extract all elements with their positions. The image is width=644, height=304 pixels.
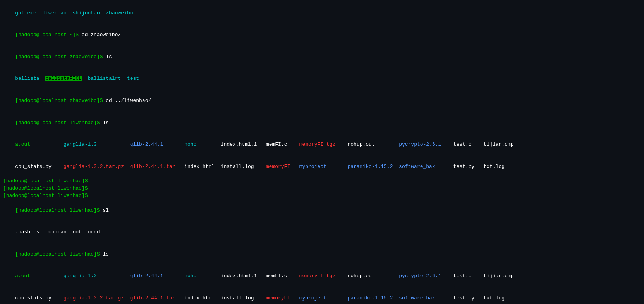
cmd-cd-zhaoweibo: [hadoop@localhost ~]$ cd zhaoweibo/	[3, 24, 641, 47]
ls-liwenhao-row1-a: a.out ganglia-1.0 glib-2.44.1 hoho index…	[3, 134, 641, 156]
ls-liwenhao-row2-b: cpu_stats.py ganglia-1.0.2.tar.gz glib-2…	[3, 287, 641, 304]
ls-liwenhao-row1-b: a.out ganglia-1.0 glib-2.44.1 hoho index…	[3, 265, 641, 287]
error-sl: -bash: sl: command not found	[3, 221, 641, 244]
ls-zhaoweibo-output: ballista ballistaFICL ballistalrt test	[3, 68, 641, 90]
prompt-empty-1: [hadoop@localhost liwenhao]$	[3, 178, 641, 185]
line-dirs-header: gatieme liwenhao shijunhao zhaoweibo	[3, 2, 641, 24]
cmd-cd-liwenhao: [hadoop@localhost zhaoweibo]$ cd ../liwe…	[3, 90, 641, 112]
prompt-empty-2: [hadoop@localhost liwenhao]$	[3, 185, 641, 192]
cmd-sl: [hadoop@localhost liwenhao]$ sl	[3, 200, 641, 222]
ls-liwenhao-row2-a: cpu_stats.py ganglia-1.0.2.tar.gz glib-2…	[3, 156, 641, 178]
cmd-ls-liwenhao-1: [hadoop@localhost liwenhao]$ ls	[3, 112, 641, 134]
cmd-ls-zhaoweibo: [hadoop@localhost zhaoweibo]$ ls	[3, 46, 641, 68]
cmd-ls-liwenhao-2: [hadoop@localhost liwenhao]$ ls	[3, 244, 641, 266]
prompt-empty-3: [hadoop@localhost liwenhao]$	[3, 192, 641, 200]
terminal[interactable]: gatieme liwenhao shijunhao zhaoweibo [ha…	[0, 0, 644, 304]
